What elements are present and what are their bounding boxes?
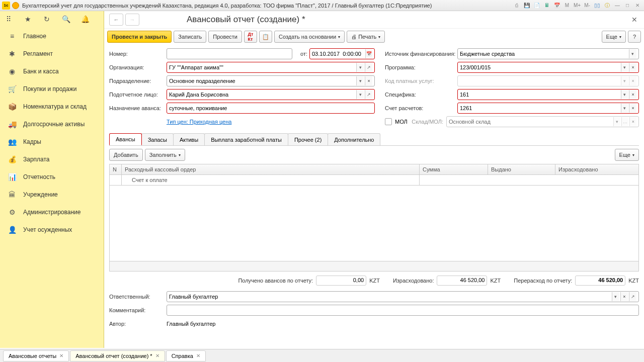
write-button[interactable]: Записать [174, 31, 206, 43]
col-order[interactable]: Расходный кассовый ордер [122, 164, 420, 174]
save-icon[interactable]: 💾 [522, 2, 531, 10]
org-field[interactable]: ▾↗ [167, 62, 375, 73]
sidebar-item-assets[interactable]: 🚚Долгосрочные активы [0, 115, 104, 133]
close-tab-icon[interactable]: ✕ [59, 353, 63, 358]
calendar-picker-icon[interactable]: 📅 [365, 49, 372, 58]
funding-field[interactable]: ▾ [457, 48, 639, 59]
open-icon[interactable]: ↗ [629, 292, 636, 301]
clear-icon[interactable]: × [629, 104, 636, 113]
btab-reports[interactable]: Авансовые отчеты✕ [3, 350, 69, 361]
tab-advances[interactable]: Авансы [109, 133, 142, 145]
col-sum[interactable]: Сумма [420, 164, 488, 174]
building-icon: 🏛 [7, 190, 17, 200]
tab-other[interactable]: Прочее (2) [288, 133, 328, 145]
grid-body[interactable] [110, 186, 638, 261]
post-close-button[interactable]: Провести и закрыть [107, 31, 172, 43]
history-icon[interactable]: ↻ [42, 15, 51, 24]
col-n[interactable]: N [110, 164, 122, 174]
chevron-down-icon[interactable]: ▾ [612, 292, 619, 301]
m-plus-icon[interactable]: M+ [573, 2, 582, 10]
back-button[interactable]: ← [109, 14, 123, 26]
app-menu-icon[interactable] [12, 2, 19, 9]
post-button[interactable]: Провести [208, 31, 242, 43]
btab-create[interactable]: Авансовый отчет (создание) *✕ [70, 350, 165, 361]
comment-field[interactable] [167, 305, 639, 316]
sidebar-item-admin[interactable]: ⚙Администрирование [0, 203, 104, 221]
m-minus-icon[interactable]: M- [583, 2, 592, 10]
col-spent[interactable]: Израсходовано [555, 164, 638, 174]
print-icon[interactable]: ⎙ [512, 2, 521, 10]
help-button[interactable]: ? [628, 31, 641, 43]
sidebar-item-salary[interactable]: 💰Зарплата [0, 150, 104, 168]
minimize-icon[interactable]: — [613, 2, 622, 10]
sidebar-item-reglament[interactable]: ✱Регламент [0, 45, 104, 62]
print-button[interactable]: 🖨 Печать▾ [347, 31, 385, 43]
create-based-button[interactable]: Создать на основании▾ [274, 31, 345, 43]
maximize-icon[interactable]: □ [623, 2, 632, 10]
price-type-link[interactable]: Тип цен: Приходная цена [167, 119, 231, 125]
close-icon[interactable]: ✕ [633, 2, 642, 10]
sidebar-item-reports[interactable]: 📊Отчетность [0, 168, 104, 186]
truck-icon: 🚚 [7, 119, 17, 129]
tab-stocks[interactable]: Запасы [141, 133, 174, 145]
sidebar-item-bank[interactable]: ◉Банк и касса [0, 62, 104, 80]
clear-icon[interactable]: × [365, 76, 372, 85]
chevron-down-icon[interactable]: ▾ [621, 63, 628, 72]
program-label: Программа: [385, 64, 457, 70]
chevron-down-icon[interactable]: ▾ [356, 90, 364, 99]
resp-field[interactable]: ▾×↗ [167, 291, 639, 302]
chevron-down-icon[interactable]: ▾ [621, 104, 628, 113]
forward-button[interactable]: → [125, 14, 139, 26]
star-icon[interactable]: ★ [23, 15, 32, 24]
program-field[interactable]: ▾× [457, 62, 639, 73]
chevron-down-icon[interactable]: ▾ [621, 90, 628, 99]
titlebar: 1c Бухгалтерский учет для государственны… [0, 0, 644, 11]
sidebar-item-sales[interactable]: 🛒Покупки и продажи [0, 80, 104, 98]
bell-icon[interactable]: 🔔 [80, 15, 90, 24]
date-field[interactable]: 📅 [309, 48, 375, 59]
help-icon[interactable]: ⓘ [603, 2, 612, 10]
calc-icon[interactable]: 🖩 [542, 2, 551, 10]
mol-checkbox[interactable] [385, 118, 392, 125]
fill-button[interactable]: Заполнить▾ [145, 149, 185, 161]
tab-salary[interactable]: Выплата заработной платы [204, 133, 288, 145]
spec-field[interactable]: ▾× [457, 89, 639, 100]
close-tab-icon[interactable]: ✕ [196, 353, 200, 358]
report-button[interactable]: 📋 [259, 31, 272, 43]
doc-icon[interactable]: 📄 [532, 2, 541, 10]
clear-icon[interactable]: × [620, 292, 628, 301]
sidebar-item-stock[interactable]: 📦Номенклатура и склад [0, 98, 104, 115]
panel-icon[interactable]: ▯▯ [593, 2, 602, 10]
close-tab-icon[interactable]: ✕ [155, 353, 159, 358]
dk-button[interactable]: ДтКт [244, 31, 257, 43]
clear-icon[interactable]: × [629, 90, 636, 99]
more-grid-button[interactable]: Еще▾ [615, 149, 639, 161]
acct-field[interactable]: ▾× [457, 103, 639, 114]
dept-field[interactable]: ▾× [167, 75, 375, 86]
purpose-field[interactable] [167, 103, 375, 114]
m-icon[interactable]: M [562, 2, 572, 10]
tab-additional[interactable]: Дополнительно [328, 133, 380, 145]
subcol-invoice[interactable]: Счет к оплате [122, 175, 420, 185]
calendar-icon[interactable]: 📅 [552, 2, 561, 10]
chevron-down-icon[interactable]: ▾ [356, 76, 364, 85]
apps-icon[interactable]: ⠿ [4, 15, 13, 24]
sidebar-item-institution[interactable]: 🏛Учреждение [0, 186, 104, 203]
person-field[interactable]: ▾↗ [167, 89, 375, 100]
chevron-down-icon[interactable]: ▾ [356, 63, 364, 72]
clear-icon[interactable]: × [629, 63, 636, 72]
add-button[interactable]: Добавить [109, 149, 143, 161]
close-page-button[interactable]: ✕ [630, 15, 639, 24]
number-field[interactable] [167, 48, 292, 59]
sidebar-item-convicts[interactable]: 👤Учет осужденных [0, 221, 104, 238]
chevron-down-icon[interactable]: ▾ [629, 49, 636, 58]
open-icon[interactable]: ↗ [365, 63, 372, 72]
tab-assets[interactable]: Активы [173, 133, 205, 145]
sidebar-item-main[interactable]: ≡Главное [0, 27, 104, 45]
search-icon[interactable]: 🔍 [61, 15, 70, 24]
more-button[interactable]: Еще▾ [602, 31, 626, 43]
sidebar-item-hr[interactable]: 👥Кадры [0, 133, 104, 150]
btab-help[interactable]: Справка✕ [166, 350, 206, 361]
col-issued[interactable]: Выдано [488, 164, 555, 174]
open-icon[interactable]: ↗ [365, 90, 372, 99]
